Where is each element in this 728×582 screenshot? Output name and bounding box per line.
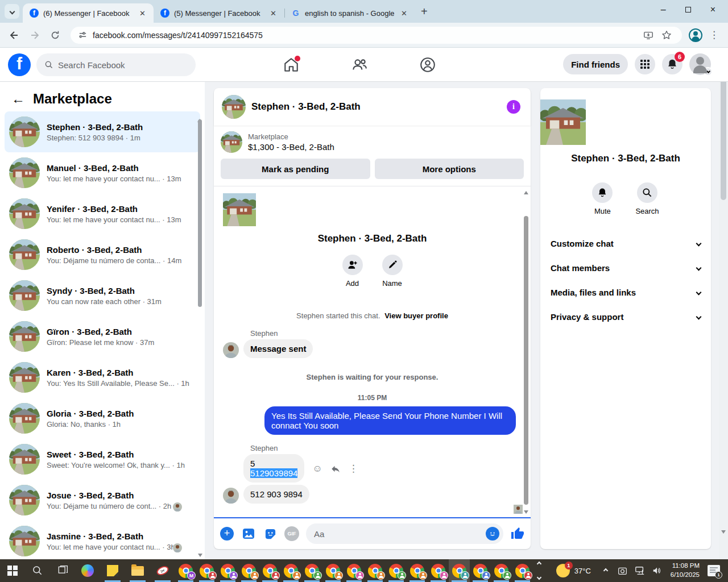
- back-arrow-icon[interactable]: ←: [11, 91, 25, 107]
- add-members-button[interactable]: Add: [342, 255, 363, 288]
- tab-close-icon[interactable]: ✕: [399, 9, 410, 18]
- conversation-sweet[interactable]: Sweet · 3-Bed, 2-Bath Sweet: You're welc…: [5, 439, 200, 480]
- taskbar-chrome-window[interactable]: [344, 559, 365, 582]
- conversation-gloria[interactable]: Gloria · 3-Bed, 2-Bath Gloria: No, thank…: [5, 398, 200, 439]
- taskbar-chrome-window[interactable]: [217, 559, 238, 582]
- notifications-button[interactable]: 6: [662, 54, 682, 74]
- tray-expand-button[interactable]: [600, 569, 611, 572]
- edit-name-button[interactable]: Name: [382, 255, 403, 288]
- taskbar-chrome-window[interactable]: [365, 559, 386, 582]
- scroll-down-icon[interactable]: [524, 510, 528, 514]
- taskbar-chrome-window[interactable]: [407, 559, 428, 582]
- close-button[interactable]: ×: [710, 5, 715, 15]
- apps-menu-button[interactable]: [635, 54, 655, 74]
- taskbar-chrome-window[interactable]: [280, 559, 301, 582]
- section-media-files-links[interactable]: Media, files and links: [540, 280, 711, 305]
- home-tab[interactable]: [281, 55, 301, 75]
- taskbar-chrome-window[interactable]: [449, 559, 470, 582]
- page-scrollbar[interactable]: [719, 48, 728, 559]
- view-buyer-profile-link[interactable]: View buyer profile: [384, 311, 448, 320]
- conversation-roberto[interactable]: Roberto · 3-Bed, 2-Bath You: Déjame tu n…: [5, 234, 200, 275]
- snipping-tool-button[interactable]: ✂: [150, 559, 175, 582]
- weather-widget[interactable]: 1 37°C: [553, 564, 594, 577]
- chat-profile-photo[interactable]: [223, 193, 522, 226]
- section-chat-members[interactable]: Chat members: [540, 256, 711, 280]
- browser-tab-1[interactable]: f (6) Messenger | Facebook ✕: [23, 3, 154, 23]
- more-options-button[interactable]: More options: [375, 159, 524, 179]
- back-button[interactable]: [6, 27, 23, 44]
- scroll-up-icon[interactable]: [524, 191, 528, 194]
- chat-title[interactable]: Stephen · 3-Bed, 2-Bath: [251, 101, 499, 113]
- friends-tab[interactable]: [349, 55, 370, 75]
- scrollbar-thumb[interactable]: [198, 119, 202, 307]
- taskbar-clock[interactable]: 11:08 PM 6/10/2025: [668, 562, 702, 579]
- conversation-josue[interactable]: Josue · 3-Bed, 2-Bath You: Déjame tu núm…: [5, 480, 200, 521]
- taskbar-chrome-window[interactable]: [470, 559, 491, 582]
- taskbar-chrome-window[interactable]: [322, 559, 344, 582]
- chat-header[interactable]: Stephen · 3-Bed, 2-Bath i: [214, 88, 531, 126]
- url-text[interactable]: facebook.com/messages/t/2414099715216457…: [93, 31, 638, 40]
- section-privacy-support[interactable]: Privacy & support: [540, 305, 711, 329]
- task-view-button[interactable]: [50, 559, 75, 582]
- like-button[interactable]: [510, 526, 525, 541]
- conversation-syndy[interactable]: Syndy · 3-Bed, 2-Bath You can now rate e…: [5, 275, 200, 316]
- attach-button[interactable]: +: [220, 526, 234, 541]
- scrollbar-thumb[interactable]: [524, 216, 528, 505]
- facebook-logo[interactable]: f: [8, 53, 31, 76]
- new-tab-button[interactable]: +: [421, 5, 428, 18]
- conversation-manuel[interactable]: Manuel · 3-Bed, 2-Bath You: let me have …: [5, 152, 200, 193]
- install-app-icon[interactable]: [643, 30, 653, 40]
- mute-button[interactable]: Mute: [592, 182, 613, 215]
- copilot-button[interactable]: [75, 559, 100, 582]
- scroll-up-icon[interactable]: [537, 562, 541, 566]
- facebook-search[interactable]: [36, 53, 196, 76]
- address-bar[interactable]: facebook.com/messages/t/2414099715216457…: [71, 27, 682, 44]
- message-input-wrapper[interactable]: [306, 523, 503, 544]
- conversation-jasmine[interactable]: Jasmine · 3-Bed, 2-Bath You: let me have…: [5, 521, 200, 562]
- message-list[interactable]: Stephen · 3-Bed, 2-Bath Add Name Stephen…: [214, 186, 531, 517]
- taskbar-chrome-window[interactable]: [301, 559, 322, 582]
- conversation-stephen[interactable]: Stephen · 3-Bed, 2-Bath Stephen: 512 903…: [5, 111, 200, 152]
- action-center-button[interactable]: 1: [708, 565, 720, 576]
- more-actions-icon[interactable]: ⋮: [349, 463, 358, 475]
- conversation-yenifer[interactable]: Yenifer · 3-Bed, 2-Bath You: let me have…: [5, 193, 200, 234]
- taskbar-chrome-window[interactable]: [428, 559, 449, 582]
- photo-button[interactable]: [241, 526, 256, 541]
- search-conversation-button[interactable]: Search: [635, 182, 659, 215]
- sidebar-scrollbar[interactable]: [197, 109, 203, 557]
- taskbar-chrome-window[interactable]: M: [175, 559, 196, 582]
- details-avatar[interactable]: [540, 99, 711, 145]
- conversation-giron[interactable]: Gïron · 3-Bed, 2-Bath Gïron: Please let …: [5, 316, 200, 357]
- forward-button[interactable]: [26, 27, 43, 44]
- chat-avatar[interactable]: [222, 95, 246, 119]
- network-icon[interactable]: [634, 566, 646, 576]
- section-customize-chat[interactable]: Customize chat: [540, 231, 711, 256]
- bookmark-star-icon[interactable]: [661, 30, 672, 40]
- gif-button[interactable]: GIF: [284, 526, 299, 541]
- taskbar-chrome-window[interactable]: [512, 559, 533, 582]
- file-explorer-button[interactable]: [125, 559, 150, 582]
- tab-search-button[interactable]: [5, 4, 19, 19]
- conversation-info-button[interactable]: i: [504, 98, 523, 116]
- scroll-down-icon[interactable]: [198, 554, 202, 557]
- site-settings-icon[interactable]: [78, 31, 87, 39]
- tab-close-icon[interactable]: ✕: [268, 9, 279, 18]
- tab-close-icon[interactable]: ✕: [137, 9, 148, 18]
- reload-button[interactable]: [47, 27, 64, 44]
- sticker-button[interactable]: [263, 526, 278, 541]
- profile-avatar[interactable]: [689, 53, 711, 75]
- chat-scrollbar[interactable]: [523, 189, 529, 515]
- reply-icon[interactable]: [330, 464, 341, 474]
- message-input[interactable]: [314, 529, 481, 539]
- taskbar-chrome-window[interactable]: [196, 559, 217, 582]
- emoji-button[interactable]: [486, 527, 499, 541]
- browser-menu-icon[interactable]: ⋮: [706, 29, 722, 41]
- maximize-button[interactable]: [685, 7, 691, 13]
- taskbar-chrome-window[interactable]: [238, 559, 259, 582]
- outgoing-message-bubble[interactable]: Yes Its Still Available, Please Send You…: [264, 406, 516, 435]
- tray-app-icon[interactable]: [617, 566, 628, 576]
- taskbar-chrome-window[interactable]: [491, 559, 512, 582]
- browser-tab-2[interactable]: f (5) Messenger | Facebook ✕: [154, 3, 284, 23]
- find-friends-button[interactable]: Find friends: [563, 54, 628, 74]
- browser-tab-3[interactable]: G english to spanish - Google Sea ✕: [284, 3, 415, 23]
